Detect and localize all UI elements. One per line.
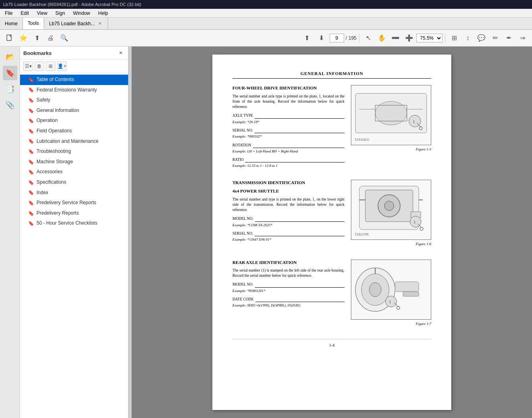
panel-open-btn[interactable]: 📂: [3, 50, 17, 64]
menu-window[interactable]: Window: [70, 10, 94, 17]
bookmark-item-specs[interactable]: 🔖 Specifications: [20, 177, 128, 188]
pdf-trans-model-example: Example: *COM-T4-2025*: [232, 223, 344, 228]
resize-handle[interactable]: ⋮: [128, 47, 132, 418]
cursor-tool[interactable]: ↖: [362, 32, 375, 45]
bookmark-item-index[interactable]: 🔖 Index: [20, 188, 128, 198]
bm-delete-btn[interactable]: 🗑: [35, 61, 44, 71]
bookmark-icon-operation: 🔖: [28, 118, 34, 124]
bookmark-icon-fieldops: 🔖: [28, 128, 34, 134]
bookmark-icon-specs: 🔖: [28, 180, 34, 185]
pdf-area[interactable]: GENERAL INFORMATION FOUR-WHEEL DRIVE IDE…: [132, 47, 532, 418]
pdf-4wd-axle-line: AXLE TYPE: [232, 113, 344, 119]
tab-close-icon[interactable]: ✕: [97, 21, 103, 26]
close-bookmarks-btn[interactable]: ✕: [117, 49, 125, 57]
bookmark-item-geninfo[interactable]: 🔖 General Information: [20, 106, 128, 116]
bookmark-item-toc[interactable]: 🔖 Table of Contents: [20, 75, 128, 85]
pdf-trans-body: The serial number and type is printed on…: [232, 197, 344, 213]
pdf-trans-model-underline: [255, 216, 344, 222]
panel-attach-btn[interactable]: 📎: [3, 98, 17, 112]
fit-page-btn[interactable]: ⊞: [448, 32, 461, 45]
upload-btn[interactable]: ⬆: [31, 32, 43, 45]
pdf-fig-1-6-label: Figure 1-6: [351, 241, 431, 247]
bookmark-btn[interactable]: ⭐: [17, 32, 30, 45]
tab-document[interactable]: Lb75 Loader Backh... ✕: [44, 18, 108, 29]
menu-view[interactable]: View: [34, 10, 51, 17]
comment-btn[interactable]: 💬: [475, 32, 488, 45]
menu-file[interactable]: File: [2, 10, 16, 17]
menu-help[interactable]: Help: [95, 10, 112, 17]
bookmark-label-accessories: Accessories: [37, 169, 63, 175]
pdf-4wd-ratio-label: RATIO: [232, 157, 244, 162]
pdf-rearaxle-text: REAR AXLE IDENTIFICATION The serial numb…: [232, 260, 344, 311]
tab-bar: Home Tools Lb75 Loader Backh... ✕: [0, 18, 532, 30]
pdf-4wd-rotation-line: ROTATION: [232, 142, 344, 148]
pdf-4wd-rotation-example: Example: LH = Left-Hand RH = Right-Hand: [232, 149, 344, 154]
bookmark-item-50hour[interactable]: 🔖 50 - Hour Service Checklists: [20, 218, 128, 229]
new-button[interactable]: [3, 32, 16, 45]
highlight-btn[interactable]: ✏: [489, 32, 501, 45]
bm-expand-btn[interactable]: ⊞: [46, 61, 55, 71]
menu-sign[interactable]: Sign: [52, 10, 68, 17]
bookmark-item-accessories[interactable]: 🔖 Accessories: [20, 167, 128, 177]
bookmark-label-fieldops: Field Operations: [37, 128, 72, 134]
menu-bar: File Edit View Sign Window Help: [0, 9, 532, 18]
page-input[interactable]: 9: [330, 34, 344, 43]
title-bar: Lb75 Loader Backhoe (86594261).pdf - Ado…: [0, 0, 532, 9]
tab-document-label: Lb75 Loader Backh...: [49, 21, 95, 26]
bookmark-icon-index: 🔖: [28, 190, 34, 195]
bookmark-item-troubleshoot[interactable]: 🔖 Troubleshooting: [20, 146, 128, 157]
bookmark-icon-emissions: 🔖: [28, 87, 34, 93]
bookmark-label-safety: Safety: [37, 97, 50, 103]
bookmark-item-safety[interactable]: 🔖 Safety: [20, 95, 128, 106]
next-page-btn[interactable]: ⬇: [315, 32, 328, 45]
pdf-fig-1-7-label: Figure 1-7: [351, 321, 431, 327]
zoom-select[interactable]: 75.5%: [416, 34, 442, 43]
svg-text:1: 1: [413, 120, 415, 124]
pdf-rearaxle-model-example: Example: *85801201*: [232, 288, 344, 294]
pdf-section-rearaxle: REAR AXLE IDENTIFICATION The serial numb…: [232, 260, 431, 331]
hand-tool[interactable]: ✋: [375, 32, 388, 45]
toolbar: ⭐ ⬆ 🖨 🔍 ⬆ ⬇ 9 / 195 ↖ ✋ ➖ ➕ 75.5% ⊞ ↕ 💬 …: [0, 30, 532, 47]
pdf-rearaxle-date-line: DATE CODE: [232, 296, 344, 302]
pdf-4wd-serial-line: SERIAL NO.: [232, 128, 344, 133]
search-btn[interactable]: 🔍: [58, 32, 71, 45]
svg-point-2: [375, 101, 407, 125]
svg-text:TAB21096: TAB21096: [355, 233, 369, 236]
bookmark-icon-lubrication: 🔖: [28, 138, 34, 144]
scroll-btn[interactable]: ↕: [461, 32, 474, 45]
bookmark-item-lubrication[interactable]: 🔖 Lubrication and Maintenance: [20, 136, 128, 147]
pdf-rearaxle-date-label: DATE CODE: [232, 297, 254, 302]
zoom-in-btn[interactable]: ➕: [403, 32, 416, 45]
tab-home[interactable]: Home: [0, 18, 23, 29]
bookmark-icon-predelivery2: 🔖: [28, 211, 34, 216]
bookmark-icon-50hour: 🔖: [28, 221, 34, 226]
zoom-out-btn[interactable]: ➖: [389, 32, 402, 45]
bookmark-icon-storage: 🔖: [28, 159, 34, 165]
print-btn[interactable]: 🖨: [44, 32, 57, 45]
panel-bookmark-btn[interactable]: 🔖: [3, 66, 17, 80]
bookmark-item-fieldops[interactable]: 🔖 Field Operations: [20, 126, 128, 136]
bookmark-item-emissions[interactable]: 🔖 Federal Emissions Warranty: [20, 85, 128, 95]
bookmark-item-storage[interactable]: 🔖 Machine Storage: [20, 157, 128, 167]
bookmark-icon-predelivery-reports: 🔖: [28, 200, 34, 206]
pdf-4wd-body: The serial number and axle type is print…: [232, 94, 344, 110]
svg-point-14: [384, 201, 394, 211]
pdf-trans-serial-underline: [255, 231, 344, 236]
nav-controls: ⬆ ⬇ 9 / 195: [301, 32, 357, 45]
bm-menu-btn[interactable]: ☰▾: [23, 61, 33, 71]
bookmark-item-predelivery-reports[interactable]: 🔖 Predelivery Service Reports: [20, 198, 128, 208]
pdf-4wd-title: FOUR-WHEEL DRIVE IDENTIFICATION: [232, 85, 344, 91]
bookmark-item-predelivery2[interactable]: 🔖 Predelivery Reports: [20, 208, 128, 219]
bookmark-item-operation[interactable]: 🔖 Operation: [20, 116, 128, 126]
share-btn[interactable]: ⇒: [516, 32, 529, 45]
tab-tools[interactable]: Tools: [23, 18, 44, 29]
pdf-trans-model-label: MODEL NO.: [232, 216, 253, 221]
sign-btn[interactable]: ✒: [502, 32, 515, 45]
menu-edit[interactable]: Edit: [17, 10, 32, 17]
pdf-rearaxle-image-col: 1 Figure 1-7: [351, 260, 431, 331]
bm-options-btn[interactable]: 👤+: [57, 61, 67, 71]
panel-layers-btn[interactable]: 📑: [3, 82, 17, 96]
prev-page-btn[interactable]: ⬆: [301, 32, 314, 45]
pdf-4wd-ratio-line: RATIO: [232, 157, 344, 162]
left-panel: 📂 🔖 📑 📎: [0, 47, 20, 418]
